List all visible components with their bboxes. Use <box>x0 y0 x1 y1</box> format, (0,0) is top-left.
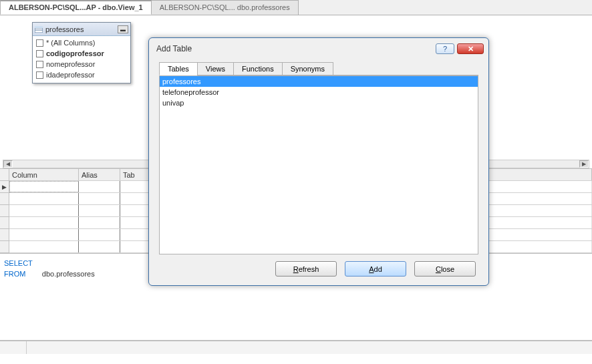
add-table-tabstrip: Tables Views Functions Synonyms <box>159 61 478 75</box>
sql-keyword: SELECT <box>4 259 33 267</box>
tables-listbox[interactable]: professores telefoneprofessor univap <box>159 75 478 254</box>
column-item[interactable]: idadeprofessor <box>35 69 128 80</box>
sql-text: dbo.professores <box>25 270 94 278</box>
row-header-cell <box>0 193 9 205</box>
add-table-dialog[interactable]: Add Table ? ✕ Tables Views Functions Syn… <box>148 37 489 286</box>
column-checkbox[interactable] <box>36 39 43 47</box>
document-tab-view1[interactable]: ALBERSON-PC\SQL...AP - dbo.View_1 <box>0 0 152 15</box>
results-pane-header <box>0 341 592 354</box>
column-label: idadeprofessor <box>46 70 95 79</box>
dialog-title: Add Table <box>156 44 192 53</box>
close-icon: ✕ <box>468 45 474 53</box>
tab-label: Functions <box>242 65 274 73</box>
row-header-column: ▶ <box>0 169 9 253</box>
column-label: * (All Columns) <box>46 38 95 47</box>
document-tab-strip: ALBERSON-PC\SQL...AP - dbo.View_1 ALBERS… <box>0 0 592 15</box>
criteria-cell-alias[interactable] <box>79 193 120 204</box>
column-checkbox[interactable] <box>36 71 43 79</box>
minimize-button[interactable]: ▬ <box>118 25 128 33</box>
criteria-cell-column[interactable] <box>9 193 79 204</box>
button-label-rest: lose <box>441 265 454 273</box>
list-item-label: professores <box>162 77 200 85</box>
document-tab-label: ALBERSON-PC\SQL...AP - dbo.View_1 <box>9 3 143 11</box>
criteria-cell-alias[interactable] <box>79 181 120 192</box>
tab-views[interactable]: Views <box>197 62 234 75</box>
close-button[interactable]: ✕ <box>457 43 484 54</box>
row-header-spacer <box>0 169 9 181</box>
svg-rect-3 <box>35 26 43 28</box>
mnemonic: A <box>369 265 374 273</box>
tab-functions[interactable]: Functions <box>233 62 283 75</box>
tab-label: Tables <box>168 65 189 73</box>
list-item-label: univap <box>162 99 184 107</box>
list-item[interactable]: univap <box>160 98 478 108</box>
close-dialog-button[interactable]: Close <box>414 261 476 277</box>
current-row-indicator-icon: ▶ <box>0 181 9 193</box>
list-item[interactable]: telefoneprofessor <box>160 87 478 98</box>
button-label-rest: dd <box>374 265 382 273</box>
sql-keyword: FROM <box>4 270 25 278</box>
help-icon: ? <box>443 45 447 53</box>
document-tab-label: ALBERSON-PC\SQL... dbo.professores <box>160 3 290 11</box>
tab-tables[interactable]: Tables <box>159 62 198 75</box>
tab-synonyms[interactable]: Synonyms <box>282 62 333 75</box>
dialog-titlebar[interactable]: Add Table ? ✕ <box>152 41 485 56</box>
button-label-rest: efresh <box>299 265 319 273</box>
row-header-cell <box>0 205 9 217</box>
column-checkbox[interactable] <box>36 50 43 57</box>
row-header-cell <box>0 217 9 229</box>
document-tab-professores[interactable]: ALBERSON-PC\SQL... dbo.professores <box>151 0 299 15</box>
criteria-cell-table[interactable] <box>120 193 151 204</box>
column-label: codigoprofessor <box>46 49 104 58</box>
column-item[interactable]: nomeprofessor <box>35 59 128 69</box>
criteria-header-table[interactable]: Tab <box>120 169 151 180</box>
refresh-button[interactable]: Refresh <box>275 261 337 277</box>
criteria-header-column[interactable]: Column <box>9 169 79 180</box>
table-window-professores[interactable]: professores ▬ * (All Columns) codigoprof… <box>32 22 131 83</box>
criteria-cell-table[interactable] <box>120 181 151 192</box>
tab-label: Synonyms <box>291 65 325 73</box>
table-window-body: * (All Columns) codigoprofessor nomeprof… <box>33 36 130 83</box>
tab-label: Views <box>206 65 225 73</box>
scroll-left-icon[interactable]: ◀ <box>3 160 13 168</box>
row-header-cell <box>0 241 9 253</box>
column-item[interactable]: * (All Columns) <box>35 37 128 48</box>
table-icon <box>35 26 43 33</box>
help-button[interactable]: ? <box>436 43 454 54</box>
table-window-titlebar[interactable]: professores ▬ <box>33 23 130 36</box>
criteria-header-alias[interactable]: Alias <box>79 169 120 180</box>
dialog-button-row: Refresh Add Close <box>159 254 478 282</box>
column-label: nomeprofessor <box>46 59 95 69</box>
column-checkbox[interactable] <box>36 61 43 68</box>
row-header-cell <box>0 229 9 241</box>
mnemonic: C <box>436 265 441 273</box>
mnemonic: R <box>293 265 299 273</box>
criteria-cell-column[interactable] <box>9 181 79 192</box>
list-item-label: telefoneprofessor <box>162 88 219 96</box>
table-window-title: professores <box>45 25 84 33</box>
scroll-right-icon[interactable]: ▶ <box>579 160 589 168</box>
list-item[interactable]: professores <box>160 76 478 87</box>
add-button[interactable]: Add <box>345 261 406 277</box>
column-item[interactable]: codigoprofessor <box>35 48 128 59</box>
